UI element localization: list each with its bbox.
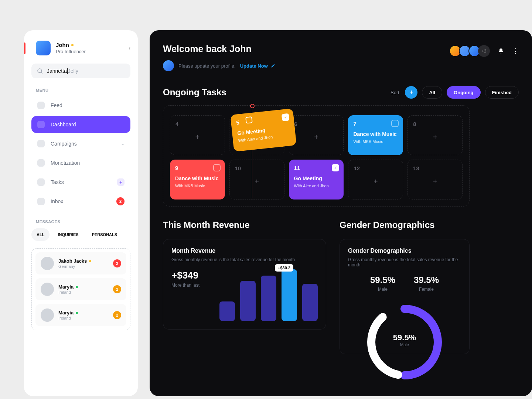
- status-dot-icon: [71, 44, 74, 46]
- dashboard-icon: [37, 121, 45, 128]
- filter-finished[interactable]: Finished: [485, 86, 519, 99]
- profile-block[interactable]: John Pro Influencer ‹: [24, 41, 138, 55]
- checkbox-icon[interactable]: [391, 120, 399, 127]
- task-number: 4: [175, 121, 219, 127]
- task-card[interactable]: 9 Dance with Music With MKB Music: [170, 160, 225, 200]
- tab-personals[interactable]: PERSONALS: [87, 228, 122, 241]
- more-avatars[interactable]: +2: [478, 45, 490, 57]
- message-item[interactable]: Maryia Ireland 2: [35, 278, 126, 300]
- task-slot[interactable]: 10+: [229, 160, 284, 200]
- task-number: 8: [413, 121, 457, 127]
- plus-icon: +: [374, 177, 378, 186]
- inbox-icon: [37, 198, 45, 205]
- chevron-left-icon[interactable]: ‹: [129, 45, 130, 51]
- add-sort-button[interactable]: +: [405, 86, 417, 99]
- more-menu-icon[interactable]: ⋮: [512, 47, 519, 55]
- card-title: Gender Demographics: [348, 248, 461, 254]
- chevron-down-icon[interactable]: ⌄: [121, 141, 125, 146]
- task-card[interactable]: 11 ✓ Go Meeting With Alex and Jhon: [289, 160, 344, 200]
- sidebar-item-dashboard[interactable]: Dashboard: [31, 116, 130, 133]
- bell-icon[interactable]: [498, 48, 504, 54]
- card-title: Month Revenue: [171, 248, 318, 254]
- female-label: Female: [414, 287, 439, 292]
- profile-prompt-bar: Please update your profile. Update Now: [163, 60, 532, 71]
- task-card[interactable]: 7 Dance with Music With MKB Music: [348, 115, 403, 155]
- task-slot[interactable]: 13+: [407, 160, 463, 200]
- status-dot-icon: [76, 286, 78, 288]
- section-title: Gender Demographics: [340, 220, 470, 230]
- svg-line-1: [41, 72, 42, 73]
- task-slot[interactable]: 6+: [289, 115, 344, 155]
- bar-tooltip: +$30.2: [275, 264, 293, 272]
- card-desc: Gross monthly revenue is the total sales…: [348, 257, 461, 267]
- bottom-row: This Month Revenue Month Revenue Gross m…: [163, 220, 470, 354]
- sidebar-item-campaigns[interactable]: Campaigns ⌄: [31, 135, 130, 152]
- task-number: 6: [294, 121, 338, 127]
- task-slot[interactable]: 4+: [170, 115, 225, 155]
- section-title: This Month Revenue: [163, 220, 326, 230]
- profile-role: Pro Influencer: [56, 49, 123, 54]
- prompt-text: Please update your profile.: [178, 63, 236, 69]
- sidebar-item-tasks[interactable]: Tasks +: [31, 174, 130, 191]
- search-icon: [37, 68, 43, 74]
- task-subtitle: With Alex and Jhon: [294, 184, 339, 188]
- chart-bar: [302, 284, 318, 321]
- task-title: Dance with Music: [175, 175, 220, 181]
- filter-all[interactable]: All: [422, 86, 442, 99]
- checkbox-icon[interactable]: ✓: [282, 113, 290, 122]
- filter-ongoing[interactable]: Ongoing: [447, 86, 480, 99]
- avatar: [41, 283, 54, 296]
- tasks-title: Ongoing Tasks: [163, 87, 386, 98]
- update-profile-link[interactable]: Update Now: [240, 63, 275, 69]
- grab-cursor-icon: [245, 116, 253, 124]
- sort-label: Sort:: [391, 90, 400, 95]
- avatar: [41, 257, 54, 270]
- msg-name: Maryia: [58, 310, 74, 316]
- search-value: JannettaJelly: [47, 68, 78, 74]
- profile-name: John: [56, 42, 123, 48]
- main-panel: +2 ⋮ Welcome back John Please update you…: [150, 30, 532, 396]
- inbox-badge: 2: [116, 197, 125, 205]
- profile-name-text: John: [56, 42, 69, 48]
- task-number: 10: [235, 165, 279, 171]
- sidebar-item-inbox[interactable]: Inbox 2: [31, 193, 130, 210]
- task-title: Go Meeting: [294, 175, 339, 181]
- msg-badge: 2: [113, 311, 121, 319]
- tasks-board: 5 ✓ Go Meeting With Alex and Jhon 4+ 6+ …: [163, 105, 470, 207]
- task-number: 5: [236, 114, 289, 126]
- task-slot[interactable]: 12+: [348, 160, 403, 200]
- msg-badge: 2: [113, 259, 121, 267]
- message-item[interactable]: Jakob Jacks Germany 2: [35, 252, 126, 274]
- msg-badge: 2: [113, 285, 121, 293]
- message-item[interactable]: Maryia Ireland 2: [35, 304, 126, 326]
- task-number: 13: [413, 165, 457, 171]
- task-slot[interactable]: 8+: [407, 115, 463, 155]
- feed-icon: [37, 102, 45, 109]
- male-label: Male: [370, 287, 395, 292]
- add-task-button[interactable]: +: [117, 178, 125, 186]
- dragged-task-card[interactable]: 5 ✓ Go Meeting With Alex and Jhon: [230, 108, 297, 151]
- nav: Feed Dashboard Campaigns ⌄ Monetization …: [24, 97, 138, 210]
- revenue-card: Month Revenue Gross monthly revenue is t…: [163, 239, 326, 330]
- search-input[interactable]: JannettaJelly: [31, 64, 130, 78]
- task-subtitle: With MKB Music: [353, 139, 398, 144]
- nav-label: Feed: [51, 102, 62, 108]
- plus-icon: +: [433, 177, 437, 186]
- nav-label: Dashboard: [51, 122, 76, 127]
- female-value: 39.5%: [414, 275, 439, 285]
- nav-label: Tasks: [51, 179, 64, 185]
- tab-all[interactable]: ALL: [31, 228, 50, 241]
- timeline-marker-icon: [250, 104, 255, 108]
- task-subtitle: With MKB Music: [175, 184, 220, 188]
- edit-icon: [271, 64, 275, 68]
- plus-icon: +: [195, 133, 200, 141]
- nav-label: Inbox: [51, 198, 63, 204]
- demographics-card: Gender Demographics Gross monthly revenu…: [340, 239, 470, 354]
- checkbox-icon[interactable]: [213, 164, 221, 171]
- tab-inquiries[interactable]: INQUIRIES: [52, 228, 83, 241]
- campaigns-icon: [37, 140, 45, 147]
- sidebar-item-feed[interactable]: Feed: [31, 97, 130, 114]
- checkbox-icon[interactable]: ✓: [332, 164, 339, 171]
- message-list: Jakob Jacks Germany 2 Maryia Ireland 2 M…: [31, 248, 130, 330]
- sidebar-item-monetization[interactable]: Monetization: [31, 154, 130, 171]
